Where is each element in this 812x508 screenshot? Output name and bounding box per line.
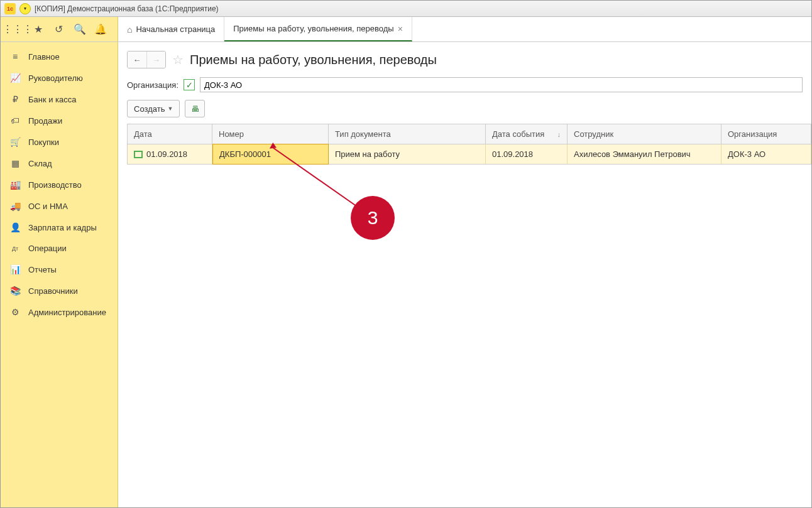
- sidebar-item-label: Операции: [28, 244, 67, 253]
- documents-table: Дата Номер Тип документа Дата события↓ С…: [127, 124, 811, 165]
- window-title: [КОПИЯ] Демонстрационная база (1С:Предпр…: [35, 4, 219, 13]
- td-organization: ДОК-3 АО: [721, 144, 811, 164]
- apps-grid-icon[interactable]: ⋮⋮⋮: [11, 23, 24, 36]
- th-date[interactable]: Дата: [128, 124, 212, 144]
- td-type: Прием на работу: [329, 144, 486, 164]
- create-button-label: Создать: [134, 104, 165, 114]
- tab-home-label: Начальная страница: [136, 24, 215, 34]
- truck-icon: 🚚: [9, 201, 21, 211]
- th-number[interactable]: Номер: [212, 124, 329, 144]
- topbar-icons: ⋮⋮⋮ ★ ↺ 🔍 🔔: [1, 17, 118, 41]
- caret-down-icon: ▼: [167, 105, 173, 112]
- chart-icon: 📈: [9, 73, 21, 83]
- sidebar-item-operations[interactable]: ДтОперации: [1, 238, 118, 259]
- app-menu-dropdown[interactable]: ▾: [19, 3, 31, 14]
- sidebar-item-label: Справочники: [28, 286, 78, 296]
- filter-checkbox[interactable]: ✓: [184, 79, 195, 90]
- sidebar-item-label: Зарплата и кадры: [28, 223, 97, 232]
- favorite-toggle-icon[interactable]: ☆: [172, 52, 184, 67]
- sidebar-item-assets[interactable]: 🚚ОС и НМА: [1, 195, 118, 217]
- cart-icon: 🛒: [9, 137, 21, 147]
- back-button[interactable]: ←: [128, 51, 146, 68]
- titlebar: 1c ▾ [КОПИЯ] Демонстрационная база (1С:П…: [1, 1, 811, 17]
- books-icon: 📚: [9, 286, 21, 296]
- tab-active-label: Приемы на работу, увольнения, переводы: [233, 24, 393, 33]
- tab-active[interactable]: Приемы на работу, увольнения, переводы ×: [224, 17, 412, 41]
- forward-button[interactable]: →: [146, 51, 165, 68]
- bell-icon[interactable]: 🔔: [94, 23, 107, 36]
- td-employee: Ахилесов Эммануил Петрович: [568, 144, 721, 164]
- sidebar-item-label: Банк и касса: [28, 95, 77, 104]
- annotation-overlay: 3: [269, 146, 520, 271]
- tag-icon: 🏷: [9, 116, 21, 126]
- nav-buttons: ← →: [127, 51, 166, 68]
- sidebar-item-sales[interactable]: 🏷Продажи: [1, 110, 118, 131]
- main-content: ← → ☆ Приемы на работу, увольнения, пере…: [118, 42, 811, 507]
- sidebar-item-purchases[interactable]: 🛒Покупки: [1, 131, 118, 153]
- ruble-icon: ₽: [9, 94, 21, 104]
- tabs: ⌂ Начальная страница Приемы на работу, у…: [118, 17, 412, 41]
- favorite-star-icon[interactable]: ★: [32, 23, 45, 36]
- sidebar-item-hr[interactable]: 👤Зарплата и кадры: [1, 217, 118, 238]
- table-row[interactable]: 01.09.2018 ДКБП-000001 Прием на работу 0…: [128, 144, 811, 164]
- sidebar: ≡Главное 📈Руководителю ₽Банк и касса 🏷Пр…: [1, 42, 118, 507]
- bars-icon: 📊: [9, 264, 21, 274]
- tab-close-icon[interactable]: ×: [398, 24, 403, 34]
- print-icon: 🖶: [191, 104, 199, 114]
- sidebar-item-label: Руководителю: [28, 73, 83, 83]
- app-logo-icon: 1c: [4, 3, 16, 14]
- sidebar-item-catalogs[interactable]: 📚Справочники: [1, 280, 118, 301]
- td-date: 01.09.2018: [128, 144, 212, 164]
- sidebar-item-manager[interactable]: 📈Руководителю: [1, 67, 118, 89]
- grid-icon: ▦: [9, 158, 21, 168]
- create-button[interactable]: Создать ▼: [127, 100, 180, 117]
- sidebar-item-label: Склад: [28, 159, 52, 168]
- sidebar-item-production[interactable]: 🏭Производство: [1, 174, 118, 195]
- sidebar-item-label: Главное: [28, 52, 60, 62]
- sidebar-item-admin[interactable]: ⚙Администрирование: [1, 301, 118, 323]
- document-icon: [134, 151, 143, 158]
- search-icon[interactable]: 🔍: [74, 23, 86, 36]
- page-title: Приемы на работу, увольнения, переводы: [190, 53, 437, 67]
- sidebar-item-label: Продажи: [28, 116, 62, 126]
- table-header: Дата Номер Тип документа Дата события↓ С…: [128, 124, 811, 144]
- th-employee[interactable]: Сотрудник: [568, 124, 721, 144]
- td-number: ДКБП-000001: [212, 144, 329, 165]
- history-icon[interactable]: ↺: [53, 23, 65, 36]
- gear-icon: ⚙: [9, 307, 21, 317]
- annotation-badge: 3: [351, 196, 395, 240]
- dtkt-icon: Дт: [9, 246, 21, 252]
- sort-arrow-down-icon: ↓: [557, 131, 561, 138]
- filter-label: Организация:: [127, 80, 178, 90]
- organization-input[interactable]: [200, 77, 803, 92]
- sidebar-item-main[interactable]: ≡Главное: [1, 46, 118, 67]
- print-button[interactable]: 🖶: [185, 100, 205, 117]
- topbar: ⋮⋮⋮ ★ ↺ 🔍 🔔 ⌂ Начальная страница Приемы …: [1, 17, 811, 42]
- home-icon: ⌂: [127, 24, 132, 35]
- sidebar-item-reports[interactable]: 📊Отчеты: [1, 259, 118, 280]
- person-icon: 👤: [9, 222, 21, 232]
- sidebar-item-label: Администрирование: [28, 308, 106, 317]
- td-event-date: 01.09.2018: [486, 144, 568, 164]
- th-event-date[interactable]: Дата события↓: [486, 124, 568, 144]
- sidebar-item-bank[interactable]: ₽Банк и касса: [1, 89, 118, 110]
- sidebar-item-label: Производство: [28, 180, 82, 190]
- th-organization[interactable]: Организация: [721, 124, 811, 144]
- menu-icon: ≡: [9, 51, 21, 62]
- sidebar-item-label: Отчеты: [28, 265, 57, 274]
- sidebar-item-label: ОС и НМА: [28, 202, 68, 211]
- tab-home[interactable]: ⌂ Начальная страница: [118, 17, 224, 41]
- sidebar-item-label: Покупки: [28, 138, 59, 147]
- th-type[interactable]: Тип документа: [329, 124, 486, 144]
- sidebar-item-warehouse[interactable]: ▦Склад: [1, 153, 118, 174]
- factory-icon: 🏭: [9, 180, 21, 190]
